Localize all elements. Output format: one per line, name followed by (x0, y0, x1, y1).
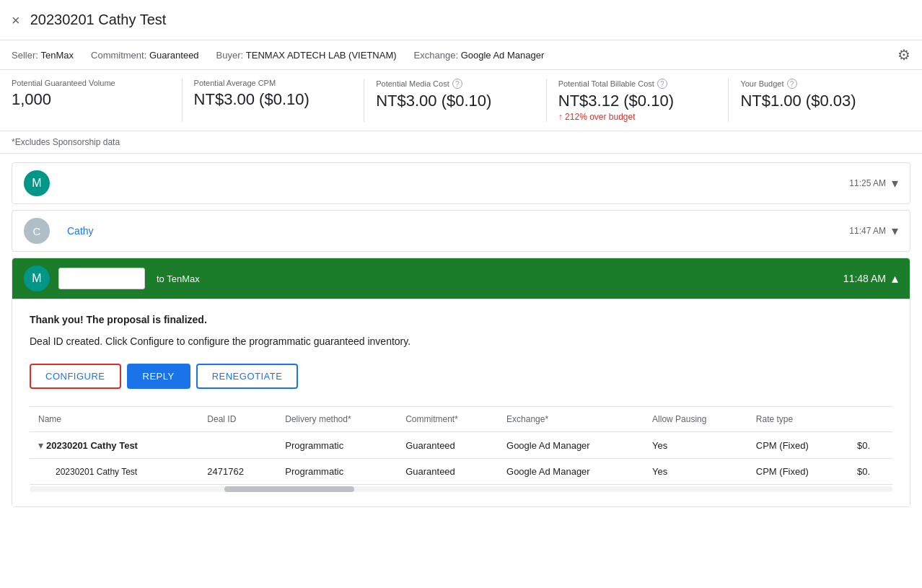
metric-item: Potential Guaranteed Volume1,000 (12, 79, 183, 122)
metric-item: Potential Media Cost?NT$3.00 ($0.10) (364, 79, 547, 122)
seller-info: Seller: TenMax (12, 50, 74, 61)
table-cell-commitment: Guaranteed (397, 432, 498, 459)
action-buttons: CONFIGURE REPLY RENEGOTIATE (30, 364, 892, 389)
message-3-header[interactable]: M to TenMax 11:48 AM ▴ (12, 258, 910, 299)
table-cell-pausing: Yes (644, 459, 747, 485)
table-cell-dealid (198, 432, 276, 459)
table-cell-exchange: Google Ad Manager (498, 459, 644, 485)
message-1-header[interactable]: M 11:25 AM ▾ (12, 163, 910, 203)
horizontal-scrollbar[interactable] (30, 486, 892, 492)
metric-value: 1,000 (12, 90, 170, 109)
metric-item: Your Budget?NT$1.00 ($0.03) (729, 79, 910, 122)
message-3: M to TenMax 11:48 AM ▴ Thank you! The pr… (12, 258, 910, 507)
metric-value: NT$3.00 ($0.10) (376, 92, 535, 110)
gear-icon[interactable]: ⚙ (897, 47, 910, 63)
metric-label: Potential Media Cost? (376, 79, 535, 89)
avatar-1: M (24, 170, 50, 196)
to-label: to TenMax (157, 273, 200, 284)
help-icon[interactable]: ? (657, 79, 667, 89)
table-cell-commitment: Guaranteed (397, 459, 498, 485)
table-cell-pausing: Yes (644, 432, 747, 459)
proposal-text: Deal ID created. Click Configure to conf… (30, 334, 892, 349)
metric-label: Your Budget? (740, 79, 899, 89)
table-cell-ratevalue: $0. (848, 459, 892, 485)
exchange-info: Exchange: Google Ad Manager (414, 50, 545, 61)
table-column-header: Exchange* (498, 407, 644, 432)
conversation-area: M 11:25 AM ▾ C Cathy 11:47 AM ▾ M to Ten… (0, 154, 922, 522)
disclaimer: *Excludes Sponsorship data (0, 131, 922, 154)
metric-label: Potential Total Billable Cost? (558, 79, 717, 89)
reply-button[interactable]: REPLY (127, 364, 190, 389)
buyer-info: Buyer: TENMAX ADTECH LAB (VIETNAM) (216, 50, 397, 61)
chevron-up-icon: ▴ (892, 271, 898, 286)
message-2-sender: Cathy (67, 225, 94, 237)
message-2-time: 11:47 AM (849, 226, 886, 236)
help-icon[interactable]: ? (787, 79, 797, 89)
metric-item: Potential Average CPMNT$3.00 ($0.10) (183, 79, 365, 122)
table-cell-name: 20230201 Cathy Test (30, 459, 198, 485)
table-cell-ratetype: CPM (Fixed) (747, 432, 848, 459)
table-cell-exchange: Google Ad Manager (498, 432, 644, 459)
metric-value: NT$3.00 ($0.10) (194, 90, 353, 109)
table-cell-ratetype: CPM (Fixed) (747, 459, 848, 485)
settings-area: ⚙ (897, 46, 910, 63)
metric-warning: ↑ 212% over budget (558, 112, 717, 122)
message-2: C Cathy 11:47 AM ▾ (12, 210, 910, 252)
header: × 20230201 Cathy Test (0, 0, 922, 40)
scrollbar-thumb[interactable] (224, 486, 354, 492)
table-column-header: Allow Pausing (644, 407, 747, 432)
table-cell-ratevalue: $0. (848, 432, 892, 459)
child-name: 20230201 Cathy Test (38, 467, 137, 477)
chevron-down-icon: ▾ (892, 175, 898, 191)
message-1: M 11:25 AM ▾ (12, 162, 910, 204)
table-column-header: Delivery method* (276, 407, 397, 432)
page-title: 20230201 Cathy Test (30, 12, 167, 28)
message-2-header[interactable]: C Cathy 11:47 AM ▾ (12, 211, 910, 251)
metrics-bar: Potential Guaranteed Volume1,000Potentia… (0, 70, 922, 131)
renegotiate-button[interactable]: RENEGOTIATE (196, 364, 299, 389)
table-cell-name: ▾20230201 Cathy Test (30, 432, 198, 459)
close-button[interactable]: × (12, 13, 20, 27)
deals-table: NameDeal IDDelivery method*Commitment*Ex… (30, 406, 892, 485)
table-column-header (848, 407, 892, 432)
proposal-heading: Thank you! The proposal is finalized. (30, 314, 892, 325)
metric-label: Potential Guaranteed Volume (12, 79, 170, 87)
table-column-header: Rate type (747, 407, 848, 432)
table-column-header: Commitment* (397, 407, 498, 432)
recipient-badge (58, 268, 145, 289)
table-row: ▾20230201 Cathy TestProgrammaticGuarante… (30, 432, 892, 459)
info-bar: Seller: TenMax Commitment: Guaranteed Bu… (0, 40, 922, 70)
deals-table-wrapper: NameDeal IDDelivery method*Commitment*Ex… (30, 406, 892, 492)
table-cell-dealid: 2471762 (198, 459, 276, 485)
message-3-body: Thank you! The proposal is finalized. De… (12, 299, 910, 506)
metric-label: Potential Average CPM (194, 79, 353, 87)
configure-button[interactable]: CONFIGURE (30, 364, 121, 389)
commitment-info: Commitment: Guaranteed (91, 50, 199, 61)
message-1-time: 11:25 AM (849, 178, 886, 188)
avatar-cathy: C (24, 218, 50, 244)
metric-value: NT$3.12 ($0.10) (558, 92, 717, 110)
group-name: 20230201 Cathy Test (46, 440, 138, 451)
message-3-time: 11:48 AM (843, 273, 886, 284)
table-cell-delivery: Programmatic (276, 432, 397, 459)
table-row: 20230201 Cathy Test2471762ProgrammaticGu… (30, 459, 892, 485)
table-column-header: Deal ID (198, 407, 276, 432)
metric-item: Potential Total Billable Cost?NT$3.12 ($… (547, 79, 729, 122)
table-cell-delivery: Programmatic (276, 459, 397, 485)
chevron-down-icon-2: ▾ (892, 223, 898, 239)
metric-value: NT$1.00 ($0.03) (740, 92, 899, 110)
help-icon[interactable]: ? (452, 79, 462, 89)
table-column-header: Name (30, 407, 198, 432)
avatar-3: M (24, 266, 50, 291)
expand-icon[interactable]: ▾ (38, 439, 43, 451)
